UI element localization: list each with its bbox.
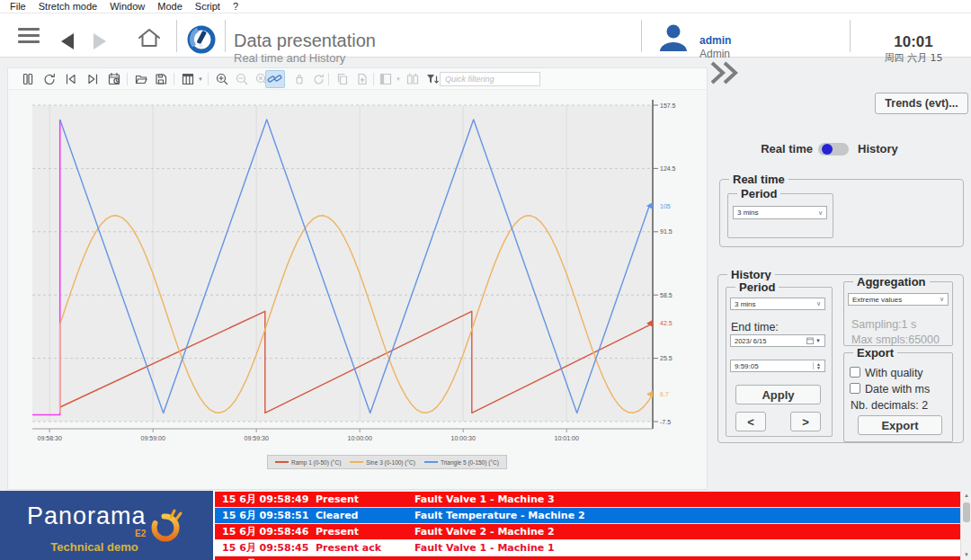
menu-item-[interactable]: ? [227, 1, 245, 12]
history-period-select[interactable]: 3 mins∨ [730, 298, 825, 310]
date-with-ms-label: Date with ms [865, 383, 930, 396]
collapse-panel-icon[interactable] [708, 59, 741, 88]
realtime-period-title: Period [737, 187, 780, 200]
alarm-row[interactable]: 15 6月 09:58:51ClearedFault Temperature -… [215, 508, 960, 523]
date-with-ms-checkbox[interactable] [850, 383, 860, 394]
alarm-scrollbar[interactable]: ▲ ▼ [960, 491, 971, 560]
export-page-icon[interactable] [355, 72, 370, 86]
open-icon[interactable] [134, 72, 148, 86]
menu-item-file[interactable]: File [4, 1, 32, 12]
svg-text:10:01:00: 10:01:00 [555, 435, 579, 441]
legend-item: Sine 3 (0-100) (°C) [350, 459, 415, 466]
refresh-icon[interactable] [42, 72, 57, 86]
divider [225, 20, 226, 52]
trend-chart[interactable]: 157.5124.591.558.525.5-7.509:58:3009:59:… [8, 90, 707, 489]
history-group-title: History [727, 268, 775, 281]
svg-text:10:00:30: 10:00:30 [451, 435, 476, 441]
next-period-button[interactable]: > [790, 412, 821, 431]
zoom-in-icon[interactable] [215, 72, 229, 86]
calendar-clock-icon[interactable] [107, 72, 121, 86]
realtime-period-select[interactable]: 3 mins∨ [733, 206, 827, 219]
svg-text:58.5: 58.5 [660, 292, 673, 298]
svg-text:09:58:30: 09:58:30 [38, 435, 62, 441]
realtime-period-value: 3 mins [737, 209, 759, 217]
menu-item-stretch-mode[interactable]: Stretch mode [32, 1, 103, 12]
end-date-value: 2023/ 6/15 [735, 337, 766, 345]
with-quality-label: With quality [865, 367, 923, 379]
scroll-up-icon[interactable]: ▲ [961, 491, 971, 501]
nb-decimals-label: Nb. decimals: 2 [851, 399, 928, 412]
user-avatar[interactable] [656, 22, 690, 52]
legend-item: Ramp 1 (0-50) (°C) [275, 459, 341, 466]
hamburger-icon[interactable] [18, 28, 40, 43]
sampling-label: Sampling:1 s [851, 318, 916, 331]
alarm-row[interactable]: 15 6月 09:58:46PresentFault Valve 2 - Mac… [215, 524, 960, 539]
realtime-group-title: Real time [729, 173, 788, 186]
chart-toolbar: ▼ ▼ [8, 68, 707, 90]
go-first-icon[interactable] [64, 72, 78, 86]
aggregation-title: Aggregation [853, 275, 930, 289]
divider [176, 20, 177, 52]
svg-text:157.5: 157.5 [660, 102, 676, 109]
trends-evt-button[interactable]: Trends (evt)... [875, 93, 968, 114]
export-button[interactable]: Export [858, 415, 942, 435]
user-name[interactable]: admin [699, 34, 731, 47]
aggregation-select[interactable]: Extreme values∨ [848, 293, 949, 306]
header: Data presentation Real time and History … [0, 13, 971, 58]
go-last-icon[interactable] [85, 72, 100, 86]
save-icon[interactable] [154, 72, 168, 86]
svg-text:124.5: 124.5 [660, 165, 676, 172]
quick-filter-input[interactable] [440, 72, 540, 86]
table-settings-icon[interactable] [405, 72, 420, 86]
time-spinner[interactable]: ▲▼ [813, 362, 821, 369]
zoom-out-icon[interactable] [235, 72, 249, 86]
svg-text:-7.5: -7.5 [660, 419, 671, 425]
realtime-history-toggle[interactable] [818, 143, 849, 156]
brand-tagline: Technical demo [18, 540, 171, 554]
clock-date: 周四 六月 15 [863, 51, 964, 65]
sort-filter-icon[interactable] [425, 72, 440, 86]
footer: Panorama E2 Technical demo 15 6月 09:58:4… [0, 491, 971, 560]
cancel-zoom-icon[interactable] [312, 72, 326, 86]
alarm-row[interactable]: 15 6月 09:58:45Present ackFault Valve 1 -… [215, 540, 960, 556]
menu-item-window[interactable]: Window [103, 1, 151, 12]
alarm-row[interactable]: 15 6月 09:58:43PresentFault Valve 3 - Mac… [215, 556, 960, 560]
forward-icon[interactable] [94, 33, 106, 49]
end-time-value: 9:59:05 [735, 362, 759, 370]
aggregation-value: Extreme values [852, 296, 902, 304]
page-title: Data presentation [234, 31, 376, 51]
chevron-down-icon[interactable]: ▼ [198, 76, 203, 82]
max-samples-label: Max smpls:65000 [851, 333, 940, 346]
date-dropdown-icon[interactable]: ▼ [815, 338, 821, 343]
menu-bar: FileStretch modeWindowModeScript? [0, 0, 971, 13]
svg-text:105: 105 [660, 203, 671, 209]
brand-name: Panorama [27, 502, 147, 530]
chevron-down-icon[interactable]: ▼ [396, 76, 401, 82]
toggle-label-history: History [858, 142, 898, 156]
chart-legend: Ramp 1 (0-50) (°C)Sine 3 (0-100) (°C)Tri… [267, 455, 507, 469]
with-quality-checkbox[interactable] [850, 367, 860, 378]
home-icon[interactable] [137, 26, 162, 49]
column-layout-icon[interactable] [379, 72, 393, 86]
menu-item-script[interactable]: Script [189, 1, 227, 12]
calendar-icon[interactable] [806, 337, 814, 344]
back-icon[interactable] [61, 33, 74, 49]
scroll-down-icon[interactable]: ▼ [961, 550, 971, 560]
toggle-knob [822, 144, 833, 155]
alarm-row[interactable]: 15 6月 09:58:49PresentFault Valve 1 - Mac… [215, 492, 960, 507]
end-time-input[interactable]: 9:59:05 ▲▼ [730, 360, 825, 372]
hold-icon[interactable] [292, 72, 307, 86]
svg-text:6.7: 6.7 [660, 391, 669, 397]
pause-icon[interactable] [21, 72, 35, 86]
prev-period-button[interactable]: < [735, 412, 766, 431]
end-date-input[interactable]: 2023/ 6/15 ▼ [730, 334, 825, 347]
menu-item-mode[interactable]: Mode [151, 1, 189, 12]
scrollbar-thumb[interactable] [963, 502, 970, 522]
legend-item: Triangle 5 (0-150) (°C) [424, 459, 499, 466]
apply-button[interactable]: Apply [735, 385, 821, 404]
page-subtitle: Real time and History [234, 51, 345, 65]
copy-icon[interactable] [335, 72, 350, 86]
svg-text:10:00:00: 10:00:00 [348, 435, 372, 441]
column-picker-icon[interactable] [181, 72, 195, 86]
link-axes-icon[interactable] [265, 70, 285, 88]
